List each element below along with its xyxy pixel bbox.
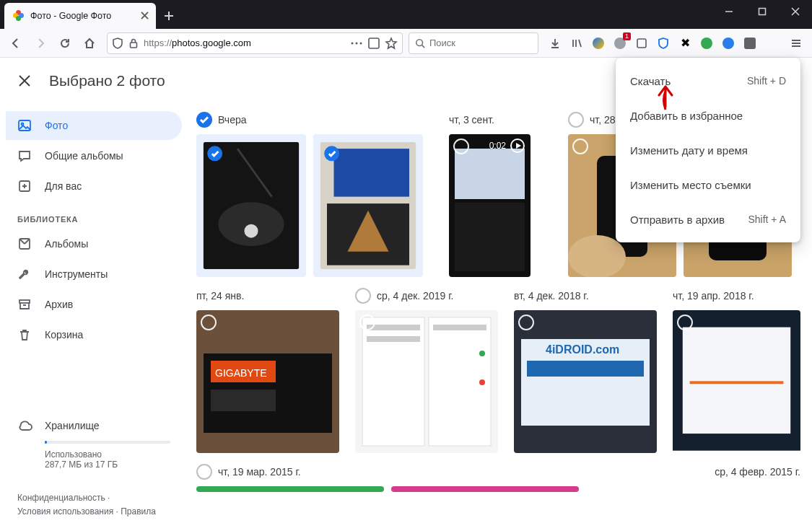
window-minimize-button[interactable] bbox=[712, 0, 746, 23]
extension-8-icon[interactable] bbox=[739, 32, 761, 54]
photo-thumb[interactable] bbox=[355, 310, 498, 453]
reader-icon[interactable] bbox=[367, 37, 380, 50]
sidebar-item-albums[interactable]: Альбомы bbox=[6, 229, 182, 258]
sidebar-item-label: Для вас bbox=[45, 180, 82, 192]
sidebar-item-label: Фото bbox=[45, 120, 68, 131]
sidebar: Фото Общие альбомы Для вас БИБЛИОТЕКА Ал… bbox=[0, 104, 188, 523]
svg-rect-22 bbox=[455, 149, 525, 199]
search-placeholder: Поиск bbox=[429, 38, 455, 48]
svg-point-6 bbox=[416, 39, 423, 45]
page-actions-icon[interactable] bbox=[350, 37, 363, 50]
tracking-shield-icon[interactable] bbox=[112, 38, 123, 49]
svg-rect-0 bbox=[759, 9, 766, 15]
menu-item-download[interactable]: Скачать Shift + D bbox=[616, 63, 800, 98]
photo-thumb[interactable]: GIGABYTE bbox=[196, 310, 339, 453]
video-thumb[interactable]: 0:02 bbox=[449, 134, 531, 277]
date-label: чт, 19 апр. 2018 г. bbox=[673, 290, 754, 302]
extension-2-icon[interactable]: 1 bbox=[609, 32, 631, 54]
sidebar-item-trash[interactable]: Корзина bbox=[6, 320, 182, 349]
svg-point-41 bbox=[479, 379, 485, 385]
thumb-check-icon[interactable] bbox=[677, 315, 693, 330]
bookmark-star-icon[interactable] bbox=[385, 37, 398, 50]
photo-thumb[interactable] bbox=[320, 142, 416, 270]
svg-point-3 bbox=[356, 42, 358, 44]
thumb-check-icon[interactable] bbox=[201, 315, 217, 330]
group-select-unchecked-icon[interactable] bbox=[355, 288, 371, 304]
browser-tab[interactable]: Фото - Google Фото bbox=[4, 3, 156, 29]
footer-link[interactable]: Условия использования bbox=[17, 506, 113, 517]
sidebar-item-tools[interactable]: Инструменты bbox=[6, 260, 182, 289]
date-label: Вчера bbox=[218, 114, 247, 126]
date-label: чт, 3 сент. bbox=[449, 114, 494, 126]
date-header[interactable]: пт, 24 янв. bbox=[196, 286, 341, 306]
svg-rect-38 bbox=[367, 336, 420, 342]
svg-rect-23 bbox=[455, 203, 525, 271]
extension-4-icon[interactable] bbox=[652, 32, 674, 54]
storage-used: Использовано287,7 МБ из 17 ГБ bbox=[45, 449, 170, 470]
photo-thumb[interactable] bbox=[204, 142, 300, 270]
nav-reload-button[interactable] bbox=[53, 32, 77, 55]
lock-icon[interactable] bbox=[128, 38, 139, 49]
window-maximize-button[interactable] bbox=[746, 0, 779, 23]
menu-item-label: Изменить место съемки bbox=[630, 179, 751, 191]
nav-home-button[interactable] bbox=[78, 32, 101, 55]
group-select-unchecked-icon[interactable] bbox=[196, 464, 212, 480]
date-label: ср, 4 февр. 2015 г. bbox=[715, 466, 800, 478]
photo-thumb[interactable] bbox=[196, 486, 384, 492]
extension-1-icon[interactable] bbox=[588, 32, 609, 54]
storage-widget[interactable]: Хранилище Использовано287,7 МБ из 17 ГБ bbox=[6, 409, 182, 481]
window-close-button[interactable] bbox=[779, 0, 812, 23]
sidebar-item-label: Корзина bbox=[45, 329, 83, 340]
thumb-check-icon[interactable] bbox=[359, 315, 375, 330]
sidebar-item-photos[interactable]: Фото bbox=[6, 111, 182, 140]
extension-7-icon[interactable] bbox=[717, 32, 739, 54]
extension-6-icon[interactable] bbox=[696, 32, 717, 54]
svg-rect-39 bbox=[433, 325, 486, 330]
photo-thumb[interactable] bbox=[673, 310, 800, 453]
tab-title: Фото - Google Фото bbox=[30, 11, 111, 21]
group-select-checked-icon[interactable] bbox=[196, 112, 212, 128]
date-header[interactable]: ср, 4 февр. 2015 г. bbox=[658, 462, 800, 482]
date-header[interactable]: ср, 4 дек. 2019 г. bbox=[355, 286, 499, 306]
extension-5-icon[interactable]: ✖ bbox=[674, 32, 696, 54]
play-icon bbox=[510, 139, 525, 153]
menu-item-edit-location[interactable]: Изменить место съемки bbox=[616, 167, 800, 202]
sidebar-item-archive[interactable]: Архив bbox=[6, 290, 182, 319]
download-icon[interactable] bbox=[544, 32, 566, 54]
footer-link[interactable]: Правила bbox=[121, 506, 156, 517]
context-menu: Скачать Shift + D Добавить в избранное И… bbox=[616, 58, 800, 242]
nav-forward-button[interactable] bbox=[29, 32, 52, 55]
thumb-check-icon[interactable] bbox=[453, 139, 469, 154]
date-header[interactable]: чт, 19 апр. 2018 г. bbox=[673, 286, 800, 306]
thumb-check-icon[interactable] bbox=[324, 146, 339, 161]
nav-back-button[interactable] bbox=[4, 32, 27, 55]
library-icon[interactable] bbox=[566, 32, 588, 54]
date-header[interactable]: Вчера bbox=[196, 110, 435, 130]
menu-item-favorite[interactable]: Добавить в избранное bbox=[616, 98, 800, 133]
date-header[interactable]: вт, 4 дек. 2018 г. bbox=[514, 286, 658, 306]
selection-close-button[interactable] bbox=[16, 72, 33, 89]
sidebar-item-shared[interactable]: Общие альбомы bbox=[6, 141, 182, 170]
thumb-check-icon[interactable] bbox=[572, 139, 588, 154]
date-header[interactable]: чт, 19 мар. 2015 г. bbox=[196, 462, 644, 482]
extension-3-icon[interactable] bbox=[631, 32, 652, 54]
svg-rect-7 bbox=[637, 39, 646, 48]
menu-item-label: Отправить в архив bbox=[630, 214, 725, 226]
photo-thumb[interactable]: 4iDROID.com bbox=[514, 310, 657, 453]
tab-close-button[interactable] bbox=[139, 9, 150, 21]
url-bar[interactable]: https://photos.google.com bbox=[107, 32, 403, 54]
sidebar-item-for-you[interactable]: Для вас bbox=[6, 172, 182, 201]
new-tab-button[interactable] bbox=[157, 4, 180, 27]
photo-thumb[interactable] bbox=[391, 486, 579, 492]
browser-menu-button[interactable] bbox=[785, 32, 808, 55]
date-header[interactable]: чт, 3 сент. bbox=[449, 110, 554, 130]
group-select-unchecked-icon[interactable] bbox=[568, 112, 584, 128]
thumb-check-icon[interactable] bbox=[207, 146, 222, 161]
window-titlebar: Фото - Google Фото bbox=[0, 0, 812, 29]
menu-item-edit-date[interactable]: Изменить дату и время bbox=[616, 133, 800, 167]
menu-item-archive[interactable]: Отправить в архив Shift + A bbox=[616, 202, 800, 237]
trash-icon bbox=[17, 328, 32, 342]
browser-search-bar[interactable]: Поиск bbox=[409, 32, 538, 54]
thumb-check-icon[interactable] bbox=[518, 315, 534, 330]
footer-link[interactable]: Конфиденциальность bbox=[17, 493, 105, 503]
